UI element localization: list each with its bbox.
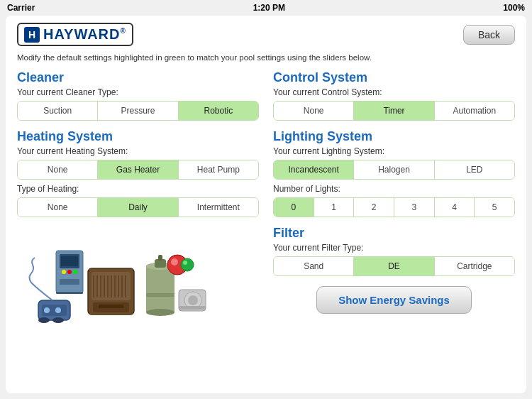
- cleaner-section: Cleaner Your current Cleaner Type: Sucti…: [17, 70, 259, 121]
- svg-rect-2: [61, 256, 78, 266]
- lighting-option-incandescent[interactable]: Incandescent: [274, 160, 353, 179]
- lighting-slider: Incandescent Halogen LED: [273, 160, 515, 180]
- svg-rect-6: [60, 279, 79, 285]
- svg-point-37: [183, 261, 187, 265]
- svg-point-31: [188, 295, 198, 305]
- lighting-option-led[interactable]: LED: [434, 160, 514, 179]
- heating-type-slider: None Daily Intermittent: [17, 197, 259, 217]
- energy-btn-container: Show Energy Savings: [273, 286, 515, 314]
- heating-slider: None Gas Heater Heat Pump: [17, 160, 259, 180]
- logo-box: H HAYWARD®: [17, 23, 133, 46]
- svg-point-42: [38, 317, 50, 323]
- lighting-label: Your current Lighting System:: [273, 146, 515, 156]
- heating-type-none[interactable]: None: [18, 198, 97, 217]
- time-text: 1:20 PM: [253, 3, 285, 13]
- heating-type-daily[interactable]: Daily: [97, 198, 177, 217]
- control-label: Your current Control System:: [273, 87, 515, 97]
- control-section: Control System Your current Control Syst…: [273, 70, 515, 121]
- svg-point-41: [55, 307, 61, 313]
- cleaner-slider: Suction Pressure Robotic: [17, 101, 259, 121]
- energy-savings-button[interactable]: Show Energy Savings: [316, 286, 472, 314]
- filter-slider: Sand DE Cartridge: [273, 256, 515, 276]
- cleaner-option-suction[interactable]: Suction: [18, 102, 97, 120]
- numlights-slider: 0 1 2 3 4 5: [273, 197, 515, 217]
- logo-h-icon: H: [24, 27, 40, 43]
- filter-option-de[interactable]: DE: [353, 257, 433, 275]
- control-slider: None Timer Automation: [273, 101, 515, 121]
- cleaner-title: Cleaner: [17, 70, 259, 85]
- svg-rect-27: [158, 255, 162, 261]
- filter-title: Filter: [273, 226, 515, 241]
- svg-rect-21: [99, 305, 123, 308]
- numlights-label: Number of Lights:: [273, 184, 515, 194]
- heating-option-heatpump[interactable]: Heat Pump: [178, 160, 258, 179]
- numlights-option-4[interactable]: 4: [434, 198, 475, 217]
- back-button[interactable]: Back: [463, 25, 515, 45]
- numlights-option-1[interactable]: 1: [314, 198, 354, 217]
- main-container: H HAYWARD® Back Modify the default setti…: [6, 16, 526, 393]
- cleaner-option-pressure[interactable]: Pressure: [97, 102, 177, 120]
- header: H HAYWARD® Back: [17, 23, 515, 46]
- control-option-automation[interactable]: Automation: [434, 102, 514, 120]
- svg-point-43: [52, 317, 64, 323]
- heating-type-intermittent[interactable]: Intermittent: [178, 198, 258, 217]
- svg-point-24: [146, 309, 174, 316]
- svg-point-3: [62, 270, 66, 274]
- svg-rect-7: [56, 292, 83, 294]
- svg-point-4: [67, 270, 72, 274]
- control-option-none[interactable]: None: [274, 102, 353, 120]
- filter-section: Filter Your current Filter Type: Sand DE…: [273, 226, 515, 276]
- lighting-section: Lighting System Your current Lighting Sy…: [273, 129, 515, 217]
- carrier-text: Carrier: [7, 3, 35, 13]
- filter-label: Your current Filter Type:: [273, 243, 515, 253]
- svg-rect-23: [146, 266, 174, 312]
- numlights-option-3[interactable]: 3: [394, 198, 434, 217]
- heating-title: Heating System: [17, 129, 259, 144]
- cleaner-option-robotic[interactable]: Robotic: [178, 102, 258, 120]
- status-bar: Carrier 1:20 PM 100%: [0, 0, 532, 16]
- filter-option-sand[interactable]: Sand: [274, 257, 353, 275]
- right-column: Control System Your current Control Syst…: [273, 70, 515, 325]
- columns: Cleaner Your current Cleaner Type: Sucti…: [17, 70, 515, 325]
- svg-point-40: [44, 307, 50, 313]
- numlights-option-2[interactable]: 2: [353, 198, 394, 217]
- equipment-image: [17, 226, 259, 325]
- filter-option-cartridge[interactable]: Cartridge: [434, 257, 514, 275]
- svg-rect-28: [146, 293, 174, 297]
- logo-text: HAYWARD®: [43, 26, 126, 43]
- svg-point-5: [73, 270, 77, 274]
- left-column: Cleaner Your current Cleaner Type: Sucti…: [17, 70, 259, 325]
- lighting-title: Lighting System: [273, 129, 515, 144]
- heating-option-gasheater[interactable]: Gas Heater: [97, 160, 177, 179]
- heating-label: Your current Heating System:: [17, 146, 259, 156]
- svg-rect-32: [179, 306, 206, 310]
- heating-section: Heating System Your current Heating Syst…: [17, 129, 259, 217]
- control-title: Control System: [273, 70, 515, 85]
- battery-text: 100%: [503, 3, 525, 13]
- cleaner-label: Your current Cleaner Type:: [17, 87, 259, 97]
- svg-point-35: [171, 258, 178, 266]
- svg-point-36: [181, 258, 194, 271]
- numlights-option-0[interactable]: 0: [274, 198, 314, 217]
- heating-option-none[interactable]: None: [18, 160, 97, 179]
- numlights-option-5[interactable]: 5: [474, 198, 514, 217]
- lighting-option-halogen[interactable]: Halogen: [353, 160, 433, 179]
- control-option-timer[interactable]: Timer: [353, 102, 433, 120]
- heating-type-label: Type of Heating:: [17, 184, 259, 194]
- instruction-text: Modify the default settings highlighted …: [17, 52, 515, 63]
